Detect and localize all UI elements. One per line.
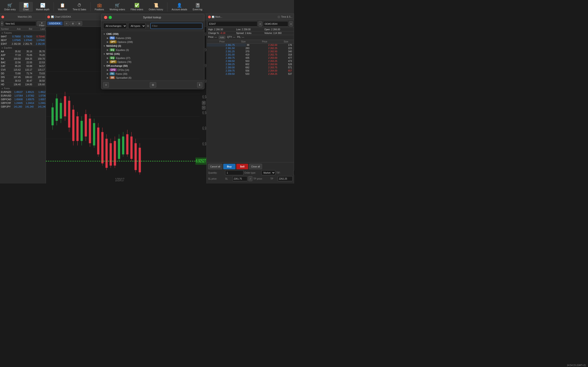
equities-section-header[interactable]: ∧ Equities [0,46,46,50]
watchlist-row[interactable]: ESH7 2 262.00 2 261.75 2 262.00 [0,42,46,46]
ask-cell: 73.80 [9,72,21,75]
chart-close-button[interactable] [47,16,50,18]
forex-section-header[interactable]: ∧ Forex [0,86,46,90]
watchlist-row[interactable]: HD 136.40 134.85 135.60 [0,83,46,86]
watchlist-row[interactable]: CAT 95.20 93.88 94.57 [0,65,46,68]
book-row[interactable]: 2 259.50 533 2 264.25 537 [207,73,294,76]
auto-button[interactable]: Auto [219,36,225,39]
time-sales-icon: ⏱ [78,3,82,8]
watchlist-row[interactable]: GBP/JPY 141.260 141.240 141.240 [0,105,46,109]
ask-price: 2 263.75 [250,66,279,69]
event-log-button[interactable]: 📓 Event log [190,2,205,12]
nyse-eq-type-item[interactable]: ▶ EQ Equities (27) [102,56,203,60]
nyse-exchange-item[interactable]: ▼ NYSE (105) [102,52,203,56]
watchlist-row[interactable]: GBP/CAD 1.65600 1.65575 1.65575 [0,98,46,101]
sell-button[interactable]: Sell [236,164,248,169]
chart-tool-2[interactable]: ⊞ [70,21,76,26]
order-entry-button[interactable]: 🛒 Order entry [2,2,18,12]
type-select[interactable]: All types [128,23,146,29]
cfd-type-item[interactable]: ▶ CFD CFDs (14) [102,68,203,72]
watchlist-row[interactable]: BA 159.50 158.25 159.70 [0,57,46,61]
buy-button[interactable]: Buy [223,164,235,169]
offexchange-exchange-item[interactable]: ▼ Off-exchange (50) [102,64,203,68]
watchlist-row[interactable]: BAC 22.56 22.55 22.53 [0,61,46,65]
options-type-item[interactable]: ▶ OPT Options (208) [102,40,203,44]
qty-input[interactable] [225,170,243,175]
list-name-input[interactable] [4,21,36,26]
watchlist-button[interactable]: 📋 Watchlist [56,2,69,12]
chart-tool-1[interactable]: ≡ [64,21,69,26]
book-row[interactable]: 2 259.75 556 2 264.00 657 [207,69,294,73]
watchlist-close-button[interactable] [1,16,4,18]
modal-info-button[interactable]: ℹ [197,82,202,88]
order-type-select[interactable]: Market Limit Stop [261,170,275,175]
cme-exchange-item[interactable]: ▼ CME (358) [102,32,203,36]
account-list-button[interactable]: ≡ [289,21,293,27]
market-close-button[interactable] [208,16,211,18]
watchlist-row[interactable]: EUR/USD 1.07364 1.07362 1.07362 [0,94,46,98]
book-row[interactable]: 2 260.25 602 2 263.50 528 [207,63,294,66]
book-row[interactable]: 2 261.00 419 2 262.75 318 [207,53,294,56]
modal-close-button[interactable] [104,16,107,19]
event-log-icon: 📓 [195,3,200,8]
modal-list-view-button[interactable]: ≡ [103,82,109,88]
account-input[interactable] [263,21,288,27]
symbol-input[interactable] [208,21,258,27]
watchlist-row[interactable]: CVX 115.62 115.17 115.17 [0,68,46,72]
book-row[interactable]: 2 261.50 283 2 262.25 223 [207,47,294,50]
time-sales-button[interactable]: ⏱ Time & Sales [70,2,88,12]
watchlist-row[interactable]: DIS 107.45 106.62 107.66 [0,75,46,79]
watchlist-row[interactable]: AA 35.92 35.16 35.70 [0,50,46,53]
watchlist-row[interactable]: GBP/CHF 1.24445 1.24414 1.24414 [0,101,46,105]
tp-input-group: TP [270,176,293,181]
forex-type-item[interactable]: ▶ FX Forex (30) [102,72,203,76]
positions-button[interactable]: 💼 Positions [92,2,106,12]
modal-grid-view-button[interactable]: ⊞ [150,82,156,88]
close-all-oe-button[interactable]: Close all [249,164,262,169]
orders-history-button[interactable]: 📜 Orders history [146,2,165,12]
book-row[interactable]: 2 260.00 692 2 263.75 571 [207,66,294,69]
watchlist-filter-button[interactable]: ▼ Filter [37,21,46,26]
book-row[interactable]: 2 261.25 370 2 262.50 340 [207,50,294,53]
futures-type-item[interactable]: ▶ FU Futures (150) [102,36,203,40]
chart-icon: 📊 [23,3,28,8]
ask-price: 2 264.25 [250,73,279,75]
working-orders-button[interactable]: 🛒 Working orders [107,2,128,12]
last-cell: 2 262.00 [32,43,45,45]
offexchange-label: Off-exchange (50) [106,65,128,67]
zoom-out-button[interactable]: − [202,106,206,110]
last-cell: 30.50 [32,80,45,82]
spreadbet-type-item[interactable]: ▶ SB Spreadbet (6) [102,76,203,80]
sb-badge: SB [110,76,115,79]
exchange-select[interactable]: All exchanges [103,23,127,29]
book-row[interactable]: 2 260.75 435 2 263.00 477 [207,56,294,60]
time-sales-header-close[interactable] [277,16,280,18]
account-details-button[interactable]: 👤 Account details [169,2,190,12]
nasdaq-exchange-item[interactable]: ▼ NASDAQ (3) [102,44,203,48]
chart-tool-3[interactable]: ⊠ [76,21,82,26]
futures-section-header[interactable]: ∧ Futures [0,31,46,35]
watchlist-row[interactable]: 6EH7 1.07645 1.07640 1.07640 [0,39,46,42]
watchlist-row[interactable]: AXP 77.33 75.05 76.20 [0,53,46,57]
book-row[interactable]: 2 260.50 553 2 263.25 473 [207,60,294,63]
modal-expand-button[interactable] [109,16,112,19]
watchlist-row[interactable]: 6AH7 0.75650 0.75630 0.75640 [0,35,46,39]
chart-button[interactable]: 📊 Chart [19,2,33,12]
tp-input[interactable] [278,176,293,181]
symbol-list-button[interactable]: ≡ [258,21,262,27]
symbol-filter-input[interactable] [150,23,202,29]
zoom-in-button[interactable]: + [202,101,206,105]
add-list-button[interactable]: + [1,21,3,26]
nasdaq-eq-type-item[interactable]: ▶ EQ Equities (3) [102,48,203,52]
watchlist-row[interactable]: GE 30.53 30.47 30.50 [0,79,46,83]
market-depth-button[interactable]: 📉 Market depth [34,2,52,12]
watchlist-row[interactable]: EUR/NZD 1.49137 1.49121 1.49121 [0,90,46,94]
tif-select[interactable]: IOC DAY GTC [293,170,294,175]
filled-orders-button[interactable]: ✅ Filled orders [128,2,145,12]
watchlist-row[interactable]: DD 73.80 71.74 73.03 [0,72,46,75]
book-row[interactable]: 2 261.75 88 2 262.00 176 [207,44,294,47]
sl-input[interactable] [233,176,247,181]
sl-check-button[interactable]: ✓ [248,176,252,181]
nyse-opt-type-item[interactable]: ▶ OPT Options (78) [102,60,203,64]
cancel-all-button[interactable]: Cancel all [208,164,222,169]
